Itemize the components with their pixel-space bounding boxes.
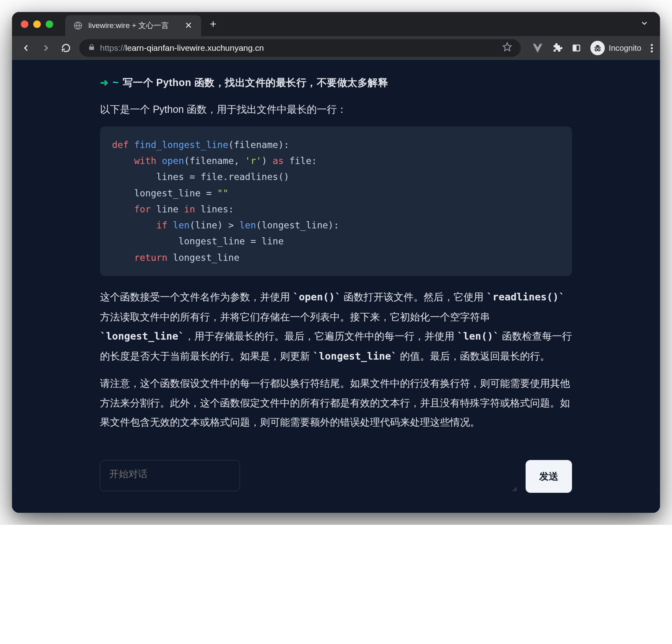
- svg-point-5: [595, 49, 597, 51]
- incognito-badge[interactable]: Incognito: [590, 41, 641, 55]
- svg-marker-1: [503, 43, 511, 51]
- lock-icon: [88, 44, 95, 53]
- send-button[interactable]: 发送: [526, 460, 572, 493]
- extensions-icon[interactable]: [553, 43, 562, 53]
- svg-rect-3: [574, 46, 576, 50]
- chevron-down-icon[interactable]: [640, 19, 649, 30]
- user-prompt-text: 写一个 Python 函数，找出文件的最长行，不要做太多解释: [123, 76, 388, 89]
- window-minimize-button[interactable]: [33, 20, 41, 28]
- assistant-intro: 以下是一个 Python 函数，用于找出文件中最长的一行：: [100, 100, 572, 119]
- titlebar: livewire:wire + 文心一言 ✕ +: [12, 12, 660, 36]
- prompt-tilde-icon: ~: [113, 77, 119, 88]
- window-close-button[interactable]: [21, 20, 28, 28]
- incognito-icon: [590, 41, 605, 55]
- address-bar[interactable]: https://learn-qianfan-livewire.xuchunyan…: [79, 39, 521, 57]
- panel-icon[interactable]: [572, 44, 581, 52]
- back-button[interactable]: [19, 41, 33, 55]
- assistant-explanation-2: 请注意，这个函数假设文件中的每一行都以换行符结尾。如果文件中的行没有换行符，则可…: [100, 374, 572, 432]
- new-tab-button[interactable]: +: [207, 18, 219, 30]
- prompt-arrow-icon: ➜: [100, 77, 109, 88]
- browser-window: livewire:wire + 文心一言 ✕ + https://learn-q…: [12, 12, 660, 513]
- window-maximize-button[interactable]: [46, 20, 53, 28]
- bookmark-star-icon[interactable]: [502, 42, 512, 54]
- vue-extension-icon[interactable]: [532, 42, 543, 54]
- browser-tab[interactable]: livewire:wire + 文心一言 ✕: [65, 15, 201, 36]
- url-text: https://learn-qianfan-livewire.xuchunyan…: [100, 43, 264, 53]
- user-prompt: ➜ ~ 写一个 Python 函数，找出文件的最长行，不要做太多解释: [100, 76, 572, 89]
- browser-menu-button[interactable]: [651, 44, 653, 52]
- forward-button[interactable]: [39, 41, 53, 55]
- code-block: def find_longest_line(filename): with op…: [100, 126, 572, 276]
- chat-input-row: 发送: [100, 460, 572, 493]
- incognito-label: Incognito: [609, 44, 641, 53]
- svg-rect-4: [594, 47, 601, 48]
- traffic-lights: [21, 20, 53, 28]
- browser-toolbar: https://learn-qianfan-livewire.xuchunyan…: [12, 36, 660, 60]
- page-content: ➜ ~ 写一个 Python 函数，找出文件的最长行，不要做太多解释 以下是一个…: [12, 60, 660, 513]
- globe-icon: [73, 21, 83, 30]
- tab-title: livewire:wire + 文心一言: [88, 20, 178, 31]
- assistant-explanation-1: 这个函数接受一个文件名作为参数，并使用 `open()` 函数打开该文件。然后，…: [100, 287, 572, 366]
- chat-input[interactable]: [100, 460, 240, 491]
- svg-point-6: [598, 49, 600, 51]
- tab-close-button[interactable]: ✕: [184, 21, 193, 30]
- reload-button[interactable]: [59, 41, 73, 55]
